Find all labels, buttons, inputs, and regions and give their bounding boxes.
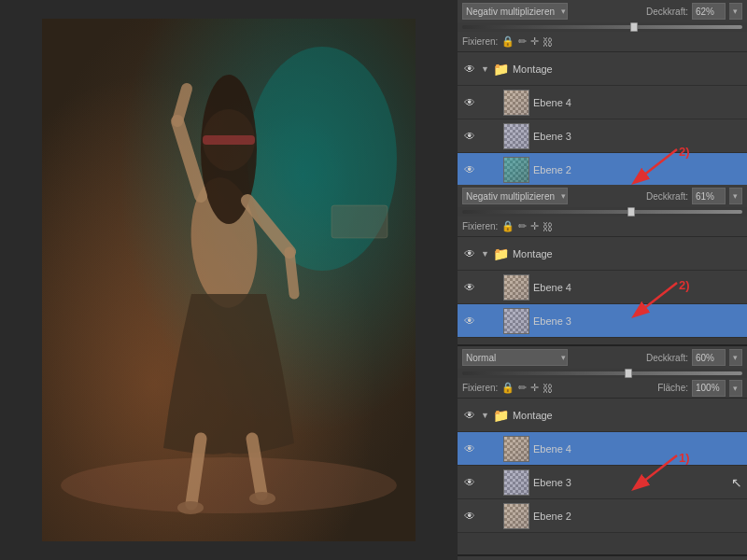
folder-icon-1: 📁 [493, 62, 509, 77]
lock-icon-2[interactable]: 🔒 [501, 220, 514, 232]
svg-line-7 [177, 89, 187, 121]
opacity-arrow-3[interactable]: ▾ [729, 349, 742, 366]
eye-icon-group-1[interactable]: 👁 [462, 62, 477, 77]
layer-list-2: 👁 ▼ 📁 Montage 👁 Ebene 4 👁 [458, 237, 747, 338]
brush-icon-2[interactable]: ✏ [518, 220, 527, 232]
blend-mode-wrap-2[interactable]: Negativ multiplizierenNormalAuflösenNega… [462, 188, 568, 204]
opacity-slider-row-3 [458, 369, 747, 378]
svg-rect-5 [203, 135, 255, 145]
chain-icon-2[interactable]: ⛓ [543, 221, 553, 232]
layer-ebene4-p1[interactable]: 👁 Ebene 4 [458, 86, 747, 119]
fix-label-1: Fixieren: [462, 36, 498, 47]
opacity-slider-row-2 [458, 207, 747, 217]
layer-ebene2-p1[interactable]: 👁 Ebene 2 [458, 153, 747, 187]
panel3-header: NormalNormalAuflösenNegativ multiplizier… [458, 346, 747, 369]
eye-ebene2-p3[interactable]: 👁 [462, 509, 477, 524]
opacity-value-2[interactable]: 61% [692, 188, 726, 204]
panels-area: Negativ multiplizierenNormalAuflösenNega… [458, 0, 747, 560]
blend-mode-select-3[interactable]: NormalNormalAuflösenNegativ multiplizier… [462, 349, 568, 366]
layer-ebene2-p3[interactable]: 👁 Ebene 2 [458, 499, 747, 533]
fix-label-3: Fixieren: [462, 383, 498, 393]
eye-ebene2-p1[interactable]: 👁 [462, 162, 477, 177]
folder-icon-2: 📁 [493, 246, 509, 261]
chain-icon-3[interactable]: ⛓ [543, 383, 553, 394]
layer-panel-1: Negativ multiplizierenNormalAuflösenNega… [458, 0, 747, 185]
move-icon-2[interactable]: ✛ [530, 220, 539, 232]
eye-ebene3-p3[interactable]: 👁 [462, 475, 477, 490]
opacity-slider-thumb-3[interactable] [625, 369, 632, 378]
opacity-slider-3[interactable] [462, 371, 742, 375]
opacity-arrow-1[interactable]: ▾ [729, 3, 742, 20]
group-name-1: Montage [513, 63, 742, 75]
layer-group-montage-1[interactable]: 👁 ▼ 📁 Montage [458, 52, 747, 86]
name-ebene2-p3: Ebene 2 [533, 511, 742, 522]
thumb-ebene3-p3 [503, 469, 529, 496]
opacity-slider-1[interactable] [462, 25, 742, 29]
svg-line-9 [289, 252, 294, 294]
brush-icon-1[interactable]: ✏ [518, 35, 527, 48]
svg-rect-14 [331, 205, 388, 238]
eye-ebene4-p1[interactable]: 👁 [462, 95, 477, 110]
layer-group-montage-3[interactable]: 👁 ▼ 📁 Montage [458, 399, 747, 432]
group-name-2: Montage [513, 248, 742, 259]
svg-point-12 [177, 501, 204, 514]
layer-ebene4-p3[interactable]: 👁 Ebene 4 [458, 432, 747, 466]
blend-mode-wrap-3[interactable]: NormalNormalAuflösenNegativ multiplizier… [462, 349, 568, 366]
layer-group-montage-2[interactable]: 👁 ▼ 📁 Montage [458, 237, 747, 271]
eye-ebene4-p2[interactable]: 👁 [462, 280, 477, 295]
move-icon-1[interactable]: ✛ [530, 35, 539, 48]
layer-ebene3-p3[interactable]: 👁 Ebene 3 ↖ [458, 466, 747, 499]
fill-arrow-3[interactable]: ▾ [729, 380, 742, 397]
opacity-slider-2[interactable] [462, 210, 742, 214]
name-ebene4-p2: Ebene 4 [533, 282, 742, 293]
fill-value-3[interactable]: 100% [692, 380, 726, 397]
thumb-ebene2-p3 [503, 503, 529, 529]
layer-ebene4-p2[interactable]: 👁 Ebene 4 [458, 271, 747, 304]
eye-ebene4-p3[interactable]: 👁 [462, 441, 477, 456]
eye-icon-group-3[interactable]: 👁 [462, 408, 477, 423]
opacity-arrow-2[interactable]: ▾ [729, 188, 742, 204]
blend-mode-wrap-1[interactable]: Negativ multiplizierenNormalAuflösenNega… [462, 3, 568, 20]
svg-point-1 [61, 457, 397, 513]
layer-ebene3-p1[interactable]: 👁 Ebene 3 [458, 119, 747, 153]
fill-label-3: Fläche: [657, 383, 688, 393]
layer-list-3: 👁 ▼ 📁 Montage 👁 Ebene 4 👁 [458, 399, 747, 533]
lock-icon-3[interactable]: 🔒 [501, 382, 514, 394]
eye-icon-group-2[interactable]: 👁 [462, 246, 477, 261]
blend-mode-select-2[interactable]: Negativ multiplizierenNormalAuflösenNega… [462, 188, 568, 204]
fix-row-3: Fixieren: 🔒 ✏ ✛ ⛓ Fläche: 100% ▾ [458, 378, 747, 399]
thumb-ebene4-p2 [503, 274, 529, 301]
thumb-ebene3-p2 [503, 308, 529, 334]
eye-ebene3-p1[interactable]: 👁 [462, 129, 477, 144]
thumb-ebene4-p1 [503, 90, 529, 116]
fix-row-2: Fixieren: 🔒 ✏ ✛ ⛓ [458, 217, 747, 237]
cursor-p3: ↖ [731, 475, 742, 490]
opacity-label-3: Deckkraft: [646, 353, 688, 363]
fix-row-1: Fixieren: 🔒 ✏ ✛ ⛓ [458, 32, 747, 52]
opacity-value-3[interactable]: 60% [692, 349, 726, 366]
photo-canvas [42, 19, 416, 541]
layer-ebene3-p2[interactable]: 👁 Ebene 3 [458, 304, 747, 338]
opacity-label-2: Deckkraft: [646, 191, 688, 202]
move-icon-3[interactable]: ✛ [530, 382, 539, 394]
svg-point-13 [249, 492, 275, 505]
chain-icon-1[interactable]: ⛓ [543, 36, 553, 48]
blend-mode-select-1[interactable]: Negativ multiplizierenNormalAuflösenNega… [462, 3, 568, 20]
thumb-ebene3-p1 [503, 123, 529, 149]
eye-ebene3-p2[interactable]: 👁 [462, 314, 477, 329]
thumb-ebene2-p1 [503, 157, 529, 183]
group-name-3: Montage [513, 410, 742, 421]
group-triangle-1[interactable]: ▼ [481, 64, 489, 74]
layer-panel-3: NormalNormalAuflösenNegativ multiplizier… [458, 346, 747, 556]
opacity-slider-thumb-1[interactable] [630, 22, 638, 32]
opacity-slider-thumb-2[interactable] [627, 207, 635, 217]
panel1-header: Negativ multiplizierenNormalAuflösenNega… [458, 0, 747, 22]
opacity-label-1: Deckkraft: [646, 7, 688, 17]
group-triangle-3[interactable]: ▼ [481, 411, 489, 420]
opacity-value-1[interactable]: 62% [692, 3, 726, 20]
group-triangle-2[interactable]: ▼ [481, 249, 489, 259]
name-ebene3-p2: Ebene 3 [533, 315, 742, 327]
lock-icon-1[interactable]: 🔒 [501, 35, 514, 48]
name-ebene4-p3: Ebene 4 [533, 443, 742, 455]
brush-icon-3[interactable]: ✏ [518, 382, 527, 394]
